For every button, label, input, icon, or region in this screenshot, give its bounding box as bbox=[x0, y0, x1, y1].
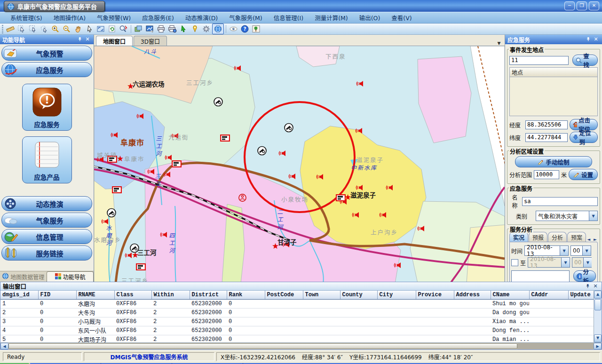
green-arrow-icon[interactable] bbox=[178, 24, 189, 34]
big-button-1[interactable]: 应急产品 bbox=[22, 136, 72, 183]
speaker-marker[interactable] bbox=[111, 132, 118, 140]
column-header[interactable]: District bbox=[190, 291, 227, 300]
flag-marker[interactable] bbox=[136, 263, 146, 272]
sidebar-item-top-1[interactable]: 应急服务 bbox=[1, 62, 92, 77]
chevron-down-icon[interactable]: ▼ bbox=[582, 246, 591, 255]
element-selected-box[interactable] bbox=[511, 270, 570, 282]
redsym-marker[interactable] bbox=[238, 193, 247, 204]
end-hour-select[interactable]: 00▼ bbox=[572, 257, 592, 268]
column-header[interactable]: City bbox=[377, 291, 416, 300]
column-header[interactable]: Class bbox=[114, 291, 151, 300]
menu-item-6[interactable]: 信息管理(I) bbox=[268, 12, 309, 24]
menu-item-1[interactable]: 地图操作(A) bbox=[48, 12, 91, 24]
chevron-down-icon[interactable]: ▼ bbox=[589, 211, 597, 221]
zoom-out-icon[interactable] bbox=[62, 24, 72, 34]
scroll-up-icon[interactable]: ▲ bbox=[594, 291, 602, 299]
menu-item-3[interactable]: 应急服务(E) bbox=[136, 12, 180, 24]
speaker-marker[interactable] bbox=[355, 127, 363, 135]
speaker-marker[interactable] bbox=[352, 212, 359, 220]
pin-icon[interactable]: 🖈 bbox=[585, 36, 592, 43]
map-tab-0[interactable]: 地图窗口 bbox=[96, 36, 133, 46]
pan-hand-icon[interactable] bbox=[73, 24, 84, 34]
end-date-select[interactable]: 2010-08-13▼ bbox=[528, 257, 570, 268]
sidebar-item-bottom-1[interactable]: 气象服务 bbox=[1, 213, 92, 228]
printer-setup-icon[interactable] bbox=[167, 24, 178, 34]
pin-icon[interactable]: 🖈 bbox=[584, 283, 592, 290]
close-icon[interactable]: ✕ bbox=[84, 36, 91, 43]
place-list[interactable] bbox=[509, 77, 598, 116]
column-header[interactable]: Town bbox=[303, 291, 340, 300]
close-icon[interactable]: ✕ bbox=[592, 283, 599, 290]
speaker-marker[interactable] bbox=[163, 171, 171, 179]
service-name-input[interactable] bbox=[522, 197, 598, 206]
zoom-in-icon[interactable] bbox=[50, 24, 61, 34]
tree-view-icon[interactable] bbox=[251, 24, 261, 34]
camera-marker[interactable] bbox=[213, 97, 223, 108]
column-header[interactable]: Update bbox=[568, 291, 594, 300]
sidebar-item-bottom-3[interactable]: 服务链接 bbox=[1, 245, 92, 261]
column-header[interactable]: FID bbox=[38, 291, 76, 300]
identify-icon[interactable] bbox=[118, 24, 129, 34]
map-tab-dropdown-icon[interactable]: ▼ bbox=[495, 41, 503, 46]
toolbar-grip[interactable] bbox=[2, 25, 3, 33]
scroll-right-icon[interactable]: ▶ bbox=[594, 343, 602, 349]
camera-marker[interactable] bbox=[106, 208, 117, 219]
chevron-down-icon[interactable]: ▼ bbox=[583, 258, 592, 267]
scroll-left-icon[interactable]: ◀ bbox=[0, 343, 8, 349]
measure-icon[interactable] bbox=[5, 24, 16, 34]
sidebar-item-top-0[interactable]: 气象预警 bbox=[1, 46, 92, 61]
table-row[interactable]: 10水磨沟0XFF8626523020000Shui mo gou bbox=[0, 300, 594, 309]
globe-icon[interactable] bbox=[212, 24, 224, 34]
close-icon[interactable]: ✕ bbox=[592, 36, 600, 43]
to-checkbox[interactable] bbox=[511, 259, 518, 266]
close-button[interactable]: ✕ bbox=[589, 1, 599, 10]
table-row[interactable]: 50大面场子沟0XFF8626523020000Da mian ... bbox=[0, 335, 594, 343]
restore-button[interactable]: ❐ bbox=[577, 1, 587, 10]
speaker-marker[interactable] bbox=[394, 262, 401, 270]
table-row[interactable]: 20大冬沟0XFF8626523020000Da dong gou bbox=[0, 309, 594, 317]
column-header[interactable]: Within bbox=[151, 291, 190, 300]
menu-item-7[interactable]: 测量计算(M) bbox=[309, 12, 354, 24]
speaker-marker[interactable] bbox=[386, 184, 393, 192]
star-marker[interactable]: ★ bbox=[117, 155, 124, 162]
hour-select[interactable]: 00▼ bbox=[570, 245, 591, 256]
scroll-thumb[interactable] bbox=[8, 343, 517, 349]
camera-marker[interactable] bbox=[284, 123, 294, 134]
set-button[interactable]: 设置 bbox=[569, 169, 598, 180]
flag-marker[interactable] bbox=[220, 135, 230, 143]
flag-marker[interactable] bbox=[112, 186, 122, 195]
print-icon[interactable] bbox=[156, 24, 166, 34]
left-panel-tab-1[interactable]: 功能导航 bbox=[47, 271, 94, 282]
horizontal-scrollbar[interactable]: ◀ ▶ bbox=[0, 342, 602, 349]
minimize-button[interactable]: ─ bbox=[564, 1, 575, 10]
pin-icon[interactable]: 🖈 bbox=[76, 36, 84, 43]
select-arrow-icon[interactable] bbox=[16, 24, 27, 34]
layers-icon[interactable] bbox=[133, 24, 144, 34]
select-rect-icon[interactable] bbox=[28, 24, 39, 34]
full-extent-icon[interactable] bbox=[95, 24, 106, 34]
column-header[interactable]: County bbox=[340, 291, 377, 300]
scroll-down-icon[interactable]: ▼ bbox=[594, 334, 602, 342]
map-tab-1[interactable]: 3D窗口 bbox=[134, 36, 167, 46]
column-header[interactable]: Rank bbox=[227, 291, 265, 300]
speaker-marker[interactable] bbox=[356, 80, 364, 88]
speaker-marker[interactable] bbox=[316, 174, 324, 182]
column-header[interactable]: Provice bbox=[416, 291, 454, 300]
gear-icon[interactable] bbox=[201, 24, 212, 34]
sidebar-item-bottom-2[interactable]: 信息管理 bbox=[1, 229, 92, 244]
speaker-marker[interactable] bbox=[278, 150, 286, 158]
menu-item-4[interactable]: 动态推演(D) bbox=[180, 12, 223, 24]
tab-scroll-icons[interactable]: ◄ ► bbox=[587, 237, 598, 242]
pointer-icon[interactable] bbox=[84, 24, 95, 34]
select-poly-icon[interactable] bbox=[39, 24, 50, 34]
analysis-tab-2[interactable]: 分析 bbox=[548, 232, 567, 242]
speaker-marker[interactable] bbox=[234, 65, 241, 73]
chevron-down-icon[interactable]: ▼ bbox=[561, 258, 570, 267]
analysis-tab-1[interactable]: 预报 bbox=[529, 232, 547, 242]
latitude-input[interactable] bbox=[525, 133, 568, 142]
menu-item-0[interactable]: 系统管理(S) bbox=[5, 12, 48, 24]
scene-export-icon[interactable] bbox=[144, 24, 155, 34]
menu-item-5[interactable]: 气象服务(M) bbox=[223, 12, 268, 24]
column-header[interactable]: Address bbox=[454, 291, 491, 300]
map-canvas[interactable]: ★★★★★六运湖农场三工河乡下西泉九运街阜康市城关镇阜康市滋泥泉子中新水库滋泥泉… bbox=[94, 46, 505, 282]
